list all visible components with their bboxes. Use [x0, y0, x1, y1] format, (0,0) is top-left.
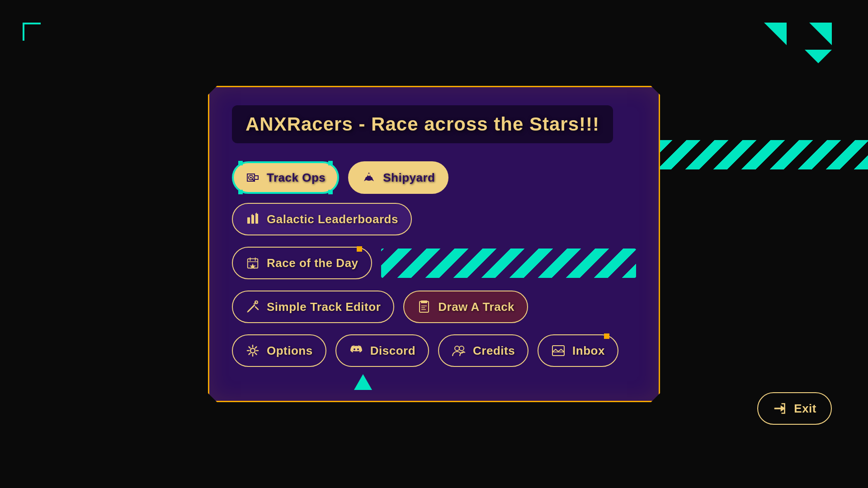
svg-marker-13: [255, 212, 257, 214]
track-ops-icon: [245, 170, 260, 185]
exit-label: Exit: [794, 402, 816, 416]
inbox-button[interactable]: Inbox: [538, 334, 618, 367]
inbox-icon: [551, 343, 566, 358]
corner-accent-tl: [238, 161, 243, 165]
simple-track-editor-label: Simple Track Editor: [267, 300, 381, 314]
shipyard-button[interactable]: Shipyard: [348, 161, 448, 194]
svg-rect-26: [421, 300, 427, 303]
draw-track-icon: [417, 300, 431, 314]
options-label: Options: [267, 344, 313, 358]
corner-decoration-tr2: [809, 23, 832, 45]
svg-rect-12: [255, 214, 258, 224]
shipyard-icon: [362, 170, 376, 185]
svg-rect-10: [247, 217, 250, 224]
svg-rect-11: [251, 215, 254, 224]
svg-point-3: [250, 177, 252, 178]
exit-button[interactable]: Exit: [757, 392, 832, 425]
race-of-the-day-button[interactable]: Race of the Day: [232, 247, 372, 279]
corner-decoration-tr1: [764, 23, 787, 45]
game-title: ANXRacers - Race across the Stars!!!: [245, 113, 599, 135]
race-of-the-day-label: Race of the Day: [267, 256, 359, 270]
discord-button[interactable]: Discord: [335, 334, 429, 367]
svg-marker-35: [354, 374, 372, 390]
inbox-corner-accent: [604, 333, 609, 339]
draw-a-track-button[interactable]: Draw A Track: [403, 291, 528, 323]
svg-point-31: [455, 346, 459, 351]
options-button[interactable]: Options: [232, 334, 326, 367]
svg-line-23: [247, 310, 249, 312]
options-icon: [245, 343, 260, 358]
game-title-container: ANXRacers - Race across the Stars!!!: [232, 105, 613, 143]
svg-line-20: [248, 305, 255, 311]
button-row-1: Track Ops Shipyard: [232, 161, 636, 235]
credits-label: Credits: [473, 344, 515, 358]
corner-decoration-tl: [23, 23, 41, 41]
button-row-4: Options Discord Credits: [232, 334, 636, 367]
discord-label: Discord: [370, 344, 415, 358]
svg-marker-14: [251, 214, 253, 216]
button-row-2: Race of the Day: [232, 247, 636, 279]
corner-accent-top: [357, 246, 362, 252]
galactic-leaderboards-button[interactable]: Galactic Leaderboards: [232, 203, 412, 235]
svg-line-24: [255, 307, 258, 310]
credits-button[interactable]: Credits: [438, 334, 528, 367]
track-editor-icon: [245, 300, 260, 314]
galactic-leaderboards-label: Galactic Leaderboards: [267, 212, 398, 226]
discord-icon: [349, 343, 363, 358]
track-ops-label: Track Ops: [267, 171, 326, 185]
corner-accent-tr: [328, 161, 333, 165]
bottom-tri-decoration: [354, 374, 372, 392]
svg-point-30: [250, 348, 255, 353]
svg-point-9: [368, 174, 370, 176]
stripe-decoration-mid2: [642, 140, 868, 169]
track-ops-button[interactable]: Track Ops: [232, 161, 339, 194]
galactic-icon: [245, 212, 260, 226]
shipyard-label: Shipyard: [383, 171, 435, 185]
stripe-decoration-row2: [381, 249, 636, 278]
draw-a-track-label: Draw A Track: [438, 300, 514, 314]
button-row-3: Simple Track Editor Draw A Track: [232, 291, 636, 323]
simple-track-editor-button[interactable]: Simple Track Editor: [232, 291, 394, 323]
corner-accent-br: [328, 190, 333, 194]
corner-accent-bl: [238, 190, 243, 194]
inbox-label: Inbox: [572, 344, 605, 358]
exit-icon: [773, 401, 787, 416]
credits-icon: [452, 343, 466, 358]
race-day-icon: [245, 256, 260, 270]
exit-button-container: Exit: [757, 392, 832, 425]
corner-decoration-tr3: [805, 50, 832, 63]
svg-point-32: [459, 346, 464, 351]
main-panel: ANXRacers - Race across the Stars!!! Tra…: [208, 86, 660, 402]
